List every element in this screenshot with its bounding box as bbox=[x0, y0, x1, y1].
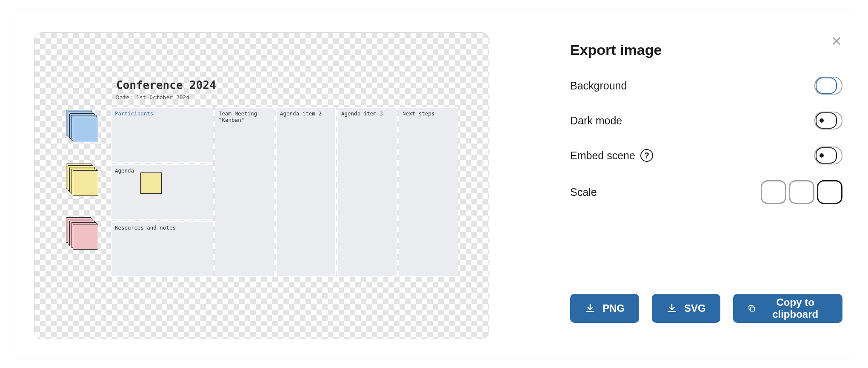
label-dark-mode: Dark mode bbox=[570, 115, 622, 127]
copy-icon bbox=[748, 303, 756, 314]
canvas-stage: Conference 2024 Date: 1st October 2024 P… bbox=[60, 79, 473, 277]
row-background: Background bbox=[570, 75, 842, 96]
copy-clipboard-button[interactable]: Copy to clipboard bbox=[733, 294, 842, 323]
row-embed-scene: Embed scene ? bbox=[570, 145, 842, 166]
scale-option-2x[interactable] bbox=[789, 180, 814, 204]
sticky-stack-pink bbox=[66, 217, 100, 251]
export-svg-button[interactable]: SVG bbox=[652, 294, 720, 323]
svg-rect-0 bbox=[750, 307, 754, 311]
dialog-title: Export image bbox=[570, 42, 842, 58]
row-scale: Scale bbox=[570, 180, 842, 204]
cell-team-meeting: Team Meeting "Kanban" bbox=[215, 107, 274, 277]
export-actions: PNG SVG Copy to clipboard bbox=[570, 294, 842, 323]
download-icon bbox=[666, 303, 677, 314]
cell-resources: Resources and notes bbox=[111, 221, 213, 277]
sticky-stack-blue bbox=[66, 110, 100, 144]
label-embed-scene-text: Embed scene bbox=[570, 150, 635, 162]
export-preview: Conference 2024 Date: 1st October 2024 P… bbox=[34, 32, 489, 339]
close-button[interactable] bbox=[828, 32, 845, 49]
sticky-stack-yellow bbox=[66, 164, 100, 198]
canvas-body: Participants Team Meeting "Kanban" Agend… bbox=[60, 107, 473, 277]
help-icon[interactable]: ? bbox=[640, 149, 653, 162]
export-controls: Export image Background Dark mode Embed … bbox=[489, 30, 842, 342]
toggle-embed-scene[interactable] bbox=[814, 147, 842, 164]
export-png-label: PNG bbox=[602, 302, 625, 314]
close-icon bbox=[831, 35, 842, 46]
cell-agenda: Agenda bbox=[111, 164, 213, 220]
export-image-dialog: Conference 2024 Date: 1st October 2024 P… bbox=[9, 9, 859, 359]
scale-option-3x[interactable] bbox=[817, 180, 842, 204]
toggle-dark-mode[interactable] bbox=[814, 112, 842, 129]
canvas-date: Date: 1st October 2024 bbox=[116, 94, 473, 101]
copy-clipboard-label: Copy to clipboard bbox=[762, 296, 828, 320]
label-embed-scene: Embed scene ? bbox=[570, 149, 653, 162]
row-dark-mode: Dark mode bbox=[570, 110, 842, 131]
cell-agenda-item-3: Agenda item 3 bbox=[337, 107, 397, 277]
toggle-background[interactable] bbox=[814, 77, 842, 95]
sticky-stacks-column bbox=[60, 107, 111, 277]
cell-agenda-item-2: Agenda item 2 bbox=[276, 107, 336, 277]
canvas-title: Conference 2024 bbox=[116, 79, 473, 92]
download-icon bbox=[585, 303, 596, 314]
scale-option-1x[interactable] bbox=[761, 180, 786, 204]
label-background: Background bbox=[570, 80, 627, 92]
cell-participants: Participants bbox=[111, 107, 213, 163]
export-svg-label: SVG bbox=[684, 302, 706, 314]
cell-agenda-label: Agenda bbox=[115, 167, 134, 174]
template-grid: Participants Team Meeting "Kanban" Agend… bbox=[111, 107, 473, 277]
export-png-button[interactable]: PNG bbox=[570, 294, 639, 323]
cell-next-steps: Next steps bbox=[399, 107, 458, 277]
scale-button-group bbox=[761, 180, 842, 204]
agenda-sticky-note bbox=[140, 172, 162, 194]
label-scale: Scale bbox=[570, 186, 597, 198]
